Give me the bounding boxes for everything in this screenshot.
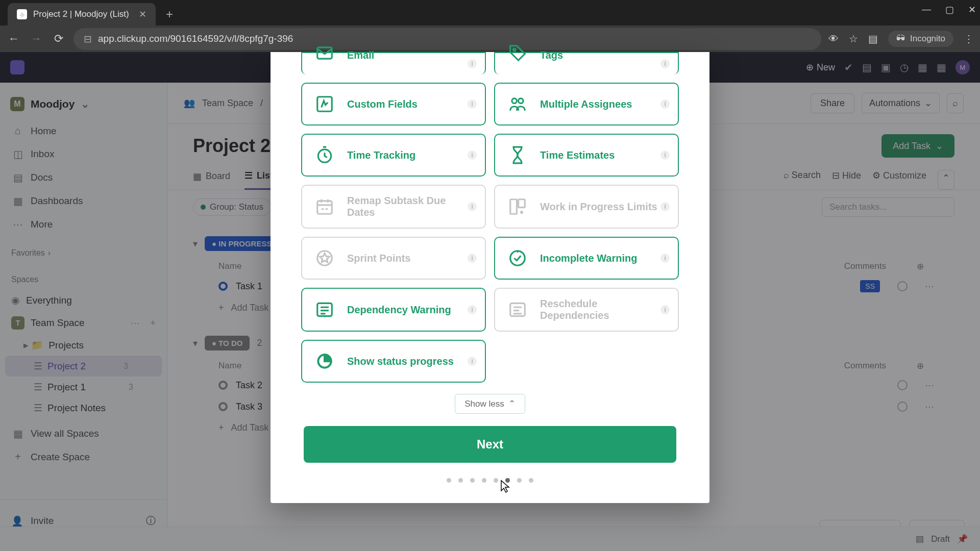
info-icon[interactable]: i (660, 202, 670, 211)
pager-dot[interactable] (458, 478, 463, 483)
sprint-points-icon (313, 247, 336, 269)
show-status-progress-icon (313, 350, 336, 372)
dependency-warning-icon (313, 298, 336, 321)
feature-card-sprint-points[interactable]: Sprint Points i (301, 237, 486, 280)
next-button[interactable]: Next (304, 426, 676, 463)
feature-grid: Email i Tags i Custom Fields i Multiple … (301, 52, 679, 383)
time-tracking-icon (313, 144, 336, 166)
feature-card-work-in-progress-limits[interactable]: Work in Progress Limits i (494, 185, 679, 229)
pager-dot[interactable] (470, 478, 475, 483)
url-text: app.clickup.com/9016164592/v/l/8cpfg7g-3… (98, 33, 293, 44)
pager-dot[interactable] (482, 478, 486, 483)
incognito-badge[interactable]: 🕶 Incognito (888, 31, 953, 47)
tab-bar: ◆ Project 2 | Moodjoy (List) ✕ + — ▢ ✕ (0, 0, 980, 26)
bookmark-icon[interactable]: ☆ (849, 33, 858, 45)
chevron-up-icon: ⌃ (508, 398, 516, 409)
feature-label: Email (347, 49, 374, 61)
info-icon[interactable]: i (660, 99, 670, 109)
feature-card-email[interactable]: Email i (301, 52, 486, 74)
feature-label: Dependency Warning (347, 304, 451, 316)
feature-card-dependency-warning[interactable]: Dependency Warning i (301, 288, 486, 332)
custom-fields-icon (313, 93, 336, 115)
feature-card-multiple-assignees[interactable]: Multiple Assignees i (494, 83, 679, 126)
window-controls: — ▢ ✕ (922, 4, 976, 15)
feature-label: Show status progress (347, 356, 454, 367)
browser-menu-icon[interactable]: ⋮ (964, 33, 974, 45)
info-icon[interactable]: i (660, 254, 670, 263)
feature-label: Tags (540, 49, 563, 61)
show-less-button[interactable]: Show less ⌃ (455, 394, 525, 414)
info-icon[interactable]: i (468, 202, 477, 211)
reload-icon[interactable]: ⟳ (51, 32, 66, 45)
svg-rect-7 (510, 199, 517, 214)
site-settings-icon[interactable]: ⊟ (84, 33, 92, 45)
pager-dot[interactable] (505, 478, 510, 483)
tab-favicon-icon: ◆ (17, 9, 27, 19)
incognito-icon: 🕶 (896, 34, 905, 44)
feature-label: Sprint Points (347, 253, 410, 264)
multiple-assignees-icon (506, 93, 529, 115)
svg-point-4 (519, 98, 524, 104)
maximize-icon[interactable]: ▢ (945, 4, 954, 15)
svg-point-1 (513, 48, 516, 51)
close-icon[interactable]: ✕ (139, 9, 146, 20)
info-icon[interactable]: i (468, 151, 477, 160)
feature-label: Remap Subtask Due Dates (347, 195, 474, 218)
pager-dots (271, 463, 709, 483)
pager-dot[interactable] (517, 478, 522, 483)
browser-chrome: ◆ Project 2 | Moodjoy (List) ✕ + — ▢ ✕ ←… (0, 0, 980, 52)
tab-title: Project 2 | Moodjoy (List) (33, 9, 129, 19)
side-panel-icon[interactable]: ▤ (868, 33, 878, 45)
feature-label: Custom Fields (347, 98, 418, 110)
feature-label: Multiple Assignees (540, 98, 632, 110)
close-window-icon[interactable]: ✕ (968, 4, 976, 15)
eye-off-icon[interactable]: 👁 (828, 33, 839, 45)
feature-card-reschedule-dependencies[interactable]: Reschedule Dependencies i (494, 288, 679, 332)
reschedule-dependencies-icon (506, 298, 529, 321)
remap-subtask-due-dates-icon (313, 195, 336, 218)
feature-card-custom-fields[interactable]: Custom Fields i (301, 83, 486, 126)
info-icon[interactable]: i (468, 59, 477, 68)
url-input[interactable]: ⊟ app.clickup.com/9016164592/v/l/8cpfg7g… (74, 28, 821, 50)
info-icon[interactable]: i (468, 254, 477, 263)
email-icon (313, 42, 336, 64)
address-bar: ← → ⟳ ⊟ app.clickup.com/9016164592/v/l/8… (0, 26, 980, 52)
pager-dot[interactable] (529, 478, 533, 483)
back-icon[interactable]: ← (6, 32, 21, 45)
feature-card-time-estimates[interactable]: Time Estimates i (494, 134, 679, 177)
incognito-label: Incognito (910, 34, 945, 44)
feature-card-tags[interactable]: Tags i (494, 52, 679, 74)
feature-card-time-tracking[interactable]: Time Tracking i (301, 134, 486, 177)
work-in-progress-limits-icon (506, 195, 529, 218)
browser-tab[interactable]: ◆ Project 2 | Moodjoy (List) ✕ (8, 3, 156, 26)
clickapps-modal: Email i Tags i Custom Fields i Multiple … (271, 52, 709, 503)
feature-card-remap-subtask-due-dates[interactable]: Remap Subtask Due Dates i (301, 185, 486, 229)
feature-label: Incomplete Warning (540, 253, 637, 264)
svg-point-10 (510, 251, 525, 266)
incomplete-warning-icon (506, 247, 529, 269)
feature-card-show-status-progress[interactable]: Show status progress i (301, 340, 486, 383)
svg-rect-6 (317, 201, 332, 214)
new-tab-button[interactable]: + (160, 3, 179, 26)
info-icon[interactable]: i (468, 99, 477, 109)
tags-icon (506, 42, 529, 64)
svg-point-3 (512, 98, 517, 104)
feature-label: Work in Progress Limits (540, 201, 657, 213)
feature-label: Time Estimates (540, 149, 615, 161)
minimize-icon[interactable]: — (922, 4, 931, 15)
info-icon[interactable]: i (660, 59, 670, 68)
show-less-label: Show less (464, 399, 504, 409)
feature-label: Reschedule Dependencies (540, 298, 667, 321)
pager-dot[interactable] (447, 478, 451, 483)
info-icon[interactable]: i (468, 305, 477, 314)
info-icon[interactable]: i (660, 305, 670, 314)
feature-card-incomplete-warning[interactable]: Incomplete Warning i (494, 237, 679, 280)
svg-rect-8 (519, 199, 525, 208)
info-icon[interactable]: i (660, 151, 670, 160)
feature-label: Time Tracking (347, 149, 415, 161)
forward-icon[interactable]: → (29, 32, 44, 45)
info-icon[interactable]: i (468, 357, 477, 366)
time-estimates-icon (506, 144, 529, 166)
pager-dot[interactable] (494, 478, 498, 483)
